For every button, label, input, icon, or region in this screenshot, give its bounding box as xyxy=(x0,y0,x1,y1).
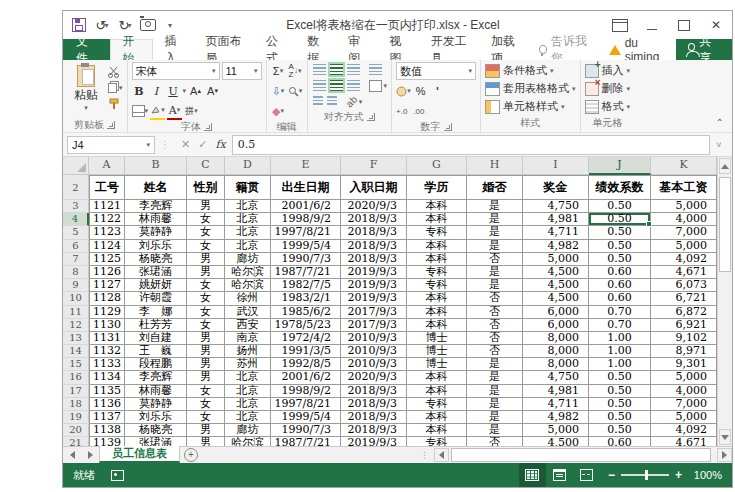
cell-I13[interactable]: 8,000 xyxy=(523,332,589,345)
cell-A18[interactable]: 1136 xyxy=(89,398,125,411)
cell-K7[interactable]: 4,092 xyxy=(651,253,717,266)
cell-G3[interactable]: 本科 xyxy=(407,200,467,213)
cell-F14[interactable]: 2010/9/3 xyxy=(341,345,407,358)
row-header-12[interactable]: 12 xyxy=(63,319,89,332)
cell-J8[interactable]: 0.60 xyxy=(589,266,651,279)
cell-H4[interactable]: 是 xyxy=(467,213,523,226)
cell-F6[interactable]: 2018/9/3 xyxy=(341,240,407,253)
cell-H5[interactable]: 是 xyxy=(467,226,523,239)
cell-G9[interactable]: 专科 xyxy=(407,279,467,292)
cell-H20[interactable]: 是 xyxy=(467,424,523,437)
cell-E7[interactable]: 1990/7/3 xyxy=(271,253,341,266)
cell-H21[interactable]: 否 xyxy=(467,437,523,446)
row-header-18[interactable]: 18 xyxy=(63,398,89,411)
cell-E21[interactable]: 1987/7/21 xyxy=(271,437,341,446)
cell-H17[interactable]: 是 xyxy=(467,385,523,398)
cell-K6[interactable]: 5,000 xyxy=(651,240,717,253)
tab-审阅[interactable]: 审阅 xyxy=(337,39,378,60)
cell-J17[interactable]: 0.50 xyxy=(589,385,651,398)
cell-F17[interactable]: 2018/9/3 xyxy=(341,385,407,398)
cell-A6[interactable]: 1124 xyxy=(89,240,125,253)
cell-A16[interactable]: 1134 xyxy=(89,371,125,384)
cell-A15[interactable]: 1133 xyxy=(89,358,125,371)
cell-C5[interactable]: 女 xyxy=(187,226,225,239)
cell-H3[interactable]: 是 xyxy=(467,200,523,213)
underline-dropdown-icon[interactable]: ▾ xyxy=(183,87,187,95)
cell-J19[interactable]: 0.50 xyxy=(589,411,651,424)
cell-K17[interactable]: 4,000 xyxy=(651,385,717,398)
cell-E5[interactable]: 1997/8/21 xyxy=(271,226,341,239)
cell-D17[interactable]: 北京 xyxy=(225,385,271,398)
cell-J21[interactable]: 0.60 xyxy=(589,437,651,446)
cell-D13[interactable]: 南京 xyxy=(225,332,271,345)
cell-E10[interactable]: 1983/2/1 xyxy=(271,292,341,305)
cell-G21[interactable]: 专科 xyxy=(407,437,467,446)
italic-button[interactable]: I xyxy=(149,83,164,99)
vertical-scrollbar[interactable] xyxy=(717,157,732,446)
cell-I18[interactable]: 4,711 xyxy=(523,398,589,411)
horizontal-scroll-thumb[interactable] xyxy=(451,448,711,462)
confirm-entry-icon[interactable]: ✓ xyxy=(198,138,207,151)
cell-F8[interactable]: 2019/9/3 xyxy=(341,266,407,279)
formula-bar-expand-icon[interactable]: ˅ xyxy=(710,140,728,150)
cell-B10[interactable]: 许朝霞 xyxy=(125,292,187,305)
column-header-C[interactable]: C xyxy=(187,157,225,175)
merge-center-icon[interactable] xyxy=(369,80,382,92)
tell-me-button[interactable]: 告诉我您 xyxy=(531,39,601,60)
sort-filter-button[interactable]: AZ↓▾ xyxy=(288,63,303,79)
clipboard-dialog-launcher-icon[interactable] xyxy=(107,121,115,129)
row-header-4[interactable]: 4 xyxy=(63,213,89,226)
cell-B4[interactable]: 林雨馨 xyxy=(125,213,187,226)
cell-J14[interactable]: 1.00 xyxy=(589,345,651,358)
cell-F13[interactable]: 2010/9/3 xyxy=(341,332,407,345)
share-button[interactable]: 共享 xyxy=(676,39,732,60)
cell-I16[interactable]: 4,750 xyxy=(523,371,589,384)
cell-K21[interactable]: 4,671 xyxy=(651,437,717,446)
cell-F5[interactable]: 2018/9/3 xyxy=(341,226,407,239)
cell-A21[interactable]: 1139 xyxy=(89,437,125,446)
cell-B21[interactable]: 张珺涵 xyxy=(125,437,187,446)
cell-B2[interactable]: 姓名 xyxy=(125,175,187,200)
column-header-F[interactable]: F xyxy=(341,157,407,175)
cell-D12[interactable]: 西安 xyxy=(225,319,271,332)
cell-J4[interactable]: 0.50 xyxy=(589,213,651,226)
cell-I21[interactable]: 4,500 xyxy=(523,437,589,446)
cell-H11[interactable]: 否 xyxy=(467,306,523,319)
cell-K8[interactable]: 4,671 xyxy=(651,266,717,279)
cell-I10[interactable]: 4,500 xyxy=(523,292,589,305)
cell-E6[interactable]: 1999/5/4 xyxy=(271,240,341,253)
cell-H6[interactable]: 是 xyxy=(467,240,523,253)
cell-G18[interactable]: 专科 xyxy=(407,398,467,411)
cell-B14[interactable]: 王 巍 xyxy=(125,345,187,358)
row-header-2[interactable]: 2 xyxy=(63,175,89,200)
cell-F2[interactable]: 入职日期 xyxy=(341,175,407,200)
cell-G8[interactable]: 专科 xyxy=(407,266,467,279)
tab-开始[interactable]: 开始 xyxy=(110,39,153,60)
row-header-3[interactable]: 3 xyxy=(63,200,89,213)
cell-H13[interactable]: 否 xyxy=(467,332,523,345)
cell-D5[interactable]: 北京 xyxy=(225,226,271,239)
column-header-A[interactable]: A xyxy=(89,157,125,175)
new-sheet-button[interactable]: + xyxy=(180,447,202,463)
increase-indent-icon[interactable] xyxy=(327,96,337,107)
increase-decimal-icon[interactable]: +.0 xyxy=(396,107,407,116)
cell-J2[interactable]: 绩效系数 xyxy=(589,175,651,200)
cell-F21[interactable]: 2019/9/3 xyxy=(341,437,407,446)
cell-C18[interactable]: 女 xyxy=(187,398,225,411)
cell-B11[interactable]: 李 娜 xyxy=(125,306,187,319)
cell-B16[interactable]: 李亮辉 xyxy=(125,371,187,384)
sheet-nav-left-icon[interactable] xyxy=(63,447,81,463)
format-cells-button[interactable]: 格式▾ xyxy=(585,98,631,115)
format-painter-button[interactable] xyxy=(108,97,123,111)
cell-K10[interactable]: 6,721 xyxy=(651,292,717,305)
column-header-I[interactable]: I xyxy=(523,157,589,175)
cell-B7[interactable]: 杨晓亮 xyxy=(125,253,187,266)
alignment-dialog-launcher-icon[interactable] xyxy=(367,113,375,121)
cell-I19[interactable]: 4,982 xyxy=(523,411,589,424)
cell-G14[interactable]: 博士 xyxy=(407,345,467,358)
cancel-entry-icon[interactable]: ✕ xyxy=(181,138,190,151)
format-as-table-button[interactable]: 套用表格格式▾ xyxy=(485,80,576,97)
cell-J20[interactable]: 0.50 xyxy=(589,424,651,437)
cell-D11[interactable]: 武汉 xyxy=(225,306,271,319)
cell-B19[interactable]: 刘乐乐 xyxy=(125,411,187,424)
